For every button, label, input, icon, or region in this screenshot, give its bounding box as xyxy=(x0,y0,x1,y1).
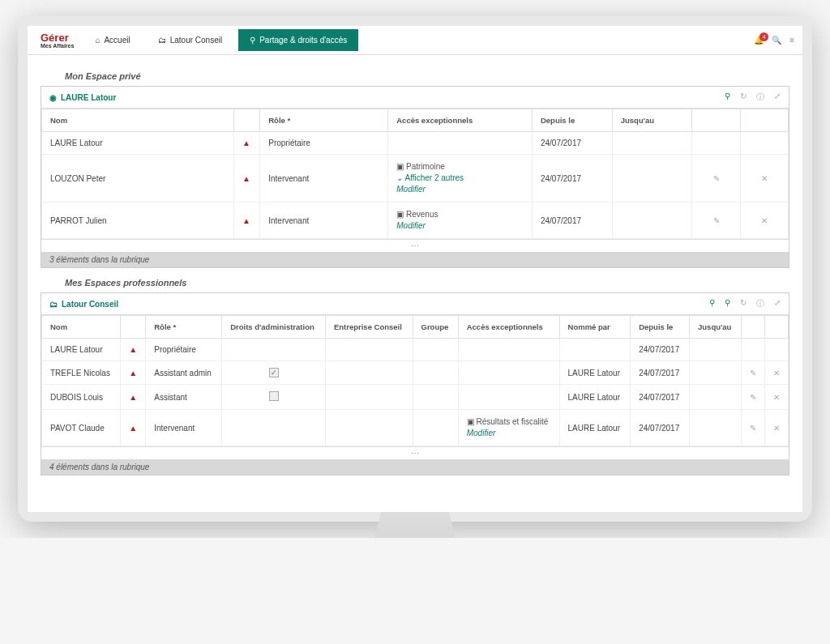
th2-depuis: Depuis le xyxy=(631,316,690,339)
cell-jusqua xyxy=(690,410,742,446)
share-icon: ⚲ xyxy=(250,36,255,45)
cell-entreprise xyxy=(325,339,413,361)
delete-icon xyxy=(765,339,789,361)
cell-depuis: 24/07/2017 xyxy=(631,410,690,446)
role-icon: ▲ xyxy=(121,361,146,385)
cell-nomme: LAURE Latour xyxy=(559,361,631,385)
th2-nom: Nom xyxy=(42,316,121,339)
cell-groupe xyxy=(413,361,458,385)
edit-icon xyxy=(692,132,740,155)
table-row: LAURE Latour ▲ Propriétaire 24/07/2017 xyxy=(42,339,789,361)
expand-icon[interactable]: ⤢ xyxy=(774,298,781,309)
th2-entreprise: Entreprise Conseil xyxy=(325,316,413,339)
refresh-icon[interactable]: ↻ xyxy=(740,92,747,103)
th2-jusqua: Jusqu'au xyxy=(690,316,742,339)
cell-admin xyxy=(222,339,326,361)
info-icon[interactable]: ⓘ xyxy=(756,298,764,309)
cell-entreprise xyxy=(325,361,413,385)
table-row: LOUZON Peter ▲ Intervenant ▣ Patrimoine⌄… xyxy=(42,155,789,203)
nav-company[interactable]: 🗂 Latour Conseil xyxy=(147,29,233,51)
home-icon: ⌂ xyxy=(95,36,100,45)
top-icons: 🔔 4 🔍 ≡ xyxy=(754,36,794,45)
cell-entreprise xyxy=(325,385,413,410)
cell-access xyxy=(458,361,559,385)
table-private: Nom Rôle * Accès exceptionnels Depuis le… xyxy=(41,109,789,239)
table-pro: Nom Rôle * Droits d'administration Entre… xyxy=(41,315,789,446)
cell-depuis: 24/07/2017 xyxy=(631,385,690,410)
expand-icon[interactable]: ⤢ xyxy=(774,92,781,103)
cell-access: ▣ Résultats et fiscalitéModifier xyxy=(458,410,559,446)
refresh-icon[interactable]: ↻ xyxy=(740,298,747,309)
panel-private-header: ◉ LAURE Latour ⚲ ↻ ⓘ ⤢ xyxy=(41,87,789,109)
ellipsis-row[interactable]: ⋯ xyxy=(41,446,789,459)
edit-icon[interactable]: ✎ xyxy=(692,203,740,239)
delete-icon[interactable]: ✕ xyxy=(765,385,789,410)
nav-sharing-label: Partage & droits d'accès xyxy=(259,36,347,45)
cell-depuis: 24/07/2017 xyxy=(532,155,612,203)
cell-access xyxy=(388,132,533,155)
modifier-link[interactable]: Modifier xyxy=(396,184,524,195)
panel-pro-title: Latour Conseil xyxy=(62,300,118,309)
cell-role: Propriétaire xyxy=(260,132,388,155)
cell-nom: LAURE Latour xyxy=(42,132,234,155)
ellipsis-row[interactable]: ⋯ xyxy=(41,239,789,252)
cell-access xyxy=(458,339,559,361)
panel-pro-header: 🗂 Latour Conseil ⚲ ⚲ ↻ ⓘ ⤢ xyxy=(41,293,789,315)
delete-icon[interactable]: ✕ xyxy=(740,203,788,239)
section-pro-title: Mes Espaces professionnels xyxy=(65,278,789,288)
modifier-link[interactable]: Modifier xyxy=(467,428,551,439)
delete-icon[interactable]: ✕ xyxy=(765,410,789,446)
user-icon: ◉ xyxy=(49,93,57,102)
add-user-icon[interactable]: ⚲ xyxy=(709,298,715,309)
role-icon: ▲ xyxy=(234,203,260,239)
edit-icon[interactable]: ✎ xyxy=(742,361,765,385)
edit-icon[interactable]: ✎ xyxy=(692,155,740,203)
th-access: Accès exceptionnels xyxy=(388,109,533,132)
checkbox[interactable] xyxy=(269,391,279,401)
add-group-icon[interactable]: ⚲ xyxy=(725,298,730,309)
th2-nomme: Nommé par xyxy=(559,316,631,339)
cell-admin xyxy=(222,385,326,410)
panel-private-title: LAURE Latour xyxy=(61,93,116,102)
edit-icon[interactable]: ✎ xyxy=(742,385,765,410)
panel-pro: 🗂 Latour Conseil ⚲ ⚲ ↻ ⓘ ⤢ Nom xyxy=(41,292,789,476)
th2-droits: Droits d'administration xyxy=(222,316,326,339)
cell-jusqua xyxy=(690,339,742,361)
panel1-summary: 3 éléments dans la rubrique xyxy=(41,252,789,267)
nav-home[interactable]: ⌂ Accueil xyxy=(83,29,141,51)
panel-private: ◉ LAURE Latour ⚲ ↻ ⓘ ⤢ Nom xyxy=(41,86,789,268)
cell-jusqua xyxy=(690,361,742,385)
delete-icon xyxy=(740,132,788,155)
cell-entreprise xyxy=(325,410,413,446)
nav-sharing[interactable]: ⚲ Partage & droits d'accès xyxy=(238,29,358,51)
cell-nomme: LAURE Latour xyxy=(559,385,631,410)
cell-role: Intervenant xyxy=(260,203,388,239)
add-user-icon[interactable]: ⚲ xyxy=(725,92,730,103)
cell-nom: DUBOIS Louis xyxy=(42,385,121,410)
delete-icon[interactable]: ✕ xyxy=(765,361,789,385)
delete-icon[interactable]: ✕ xyxy=(740,155,788,203)
notifications-button[interactable]: 🔔 4 xyxy=(754,36,764,45)
role-icon: ▲ xyxy=(121,385,146,410)
cell-nom: LAURE Latour xyxy=(42,339,121,361)
topbar: Gérer Mes Affaires ⌂ Accueil 🗂 Latour Co… xyxy=(28,26,802,55)
checkbox[interactable] xyxy=(269,368,279,377)
edit-icon[interactable]: ✎ xyxy=(742,410,765,446)
cell-jusqua xyxy=(612,203,692,239)
notification-badge: 4 xyxy=(759,32,768,41)
cell-role: Intervenant xyxy=(260,155,388,203)
cell-nomme: LAURE Latour xyxy=(559,410,631,446)
menu-icon[interactable]: ≡ xyxy=(789,36,794,45)
search-icon[interactable]: 🔍 xyxy=(772,36,781,45)
cell-nom: LOUZON Peter xyxy=(42,155,234,203)
section-private-title: Mon Espace privé xyxy=(65,71,789,81)
th2-access: Accès exceptionnels xyxy=(458,316,559,339)
info-icon[interactable]: ⓘ xyxy=(756,92,764,103)
edit-icon xyxy=(742,339,765,361)
logo-main: Gérer xyxy=(41,32,69,44)
modifier-link[interactable]: Modifier xyxy=(396,220,524,232)
role-icon: ▲ xyxy=(234,132,260,155)
cell-jusqua xyxy=(612,132,692,155)
nav-home-label: Accueil xyxy=(104,36,130,45)
cell-role: Assistant admin xyxy=(146,361,222,385)
